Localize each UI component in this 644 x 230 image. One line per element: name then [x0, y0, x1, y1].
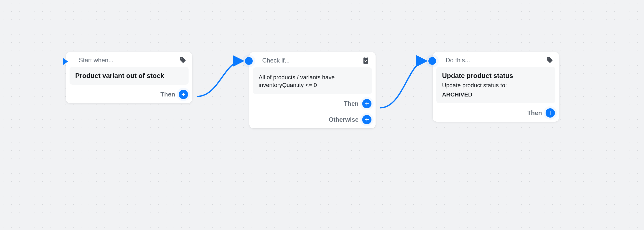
action-label-then: Then	[160, 91, 175, 98]
node-header: Start when...	[66, 52, 192, 67]
action-label-then: Then	[527, 109, 542, 117]
tag-icon	[546, 57, 553, 64]
input-port[interactable]	[245, 57, 253, 65]
node-action[interactable]: Do this... Update product status Update …	[433, 52, 559, 122]
node-header-label: Do this...	[446, 57, 542, 64]
node-body: Update product status Update product sta…	[436, 67, 555, 103]
tag-icon	[179, 57, 186, 64]
action-label-then: Then	[344, 100, 359, 107]
add-step-button[interactable]	[179, 90, 188, 99]
action-label-otherwise: Otherwise	[329, 116, 359, 123]
action-row-then: Then	[249, 98, 376, 112]
node-body-text: All of products / variants have inventor…	[259, 74, 366, 89]
node-body-subtitle: Update product status to:	[442, 82, 550, 89]
action-row-then: Then	[66, 88, 192, 103]
node-body-title: Product variant out of stock	[75, 72, 183, 80]
node-body: All of products / variants have inventor…	[253, 67, 372, 94]
svg-rect-2	[365, 57, 367, 58]
node-start[interactable]: Start when... Product variant out of sto…	[66, 52, 192, 103]
node-body-title: Update product status	[442, 72, 550, 80]
add-step-button[interactable]	[362, 99, 371, 108]
add-step-button[interactable]	[546, 108, 555, 118]
node-header-label: Check if...	[262, 57, 359, 64]
add-step-button[interactable]	[362, 115, 371, 124]
play-start-icon	[62, 57, 69, 67]
node-header: Check if...	[249, 52, 376, 67]
node-header-label: Start when...	[79, 57, 175, 64]
node-header: Do this...	[433, 52, 559, 67]
node-check[interactable]: Check if... All of products / variants h…	[249, 52, 376, 128]
clipboard-check-icon	[362, 57, 369, 64]
workflow-canvas[interactable]: Start when... Product variant out of sto…	[0, 0, 644, 230]
node-body: Product variant out of stock	[70, 67, 189, 85]
svg-rect-0	[363, 57, 368, 64]
action-row-otherwise: Otherwise	[249, 112, 376, 128]
action-row-then: Then	[433, 107, 559, 122]
node-body-value: ARCHIVED	[442, 91, 550, 99]
input-port[interactable]	[428, 57, 436, 65]
